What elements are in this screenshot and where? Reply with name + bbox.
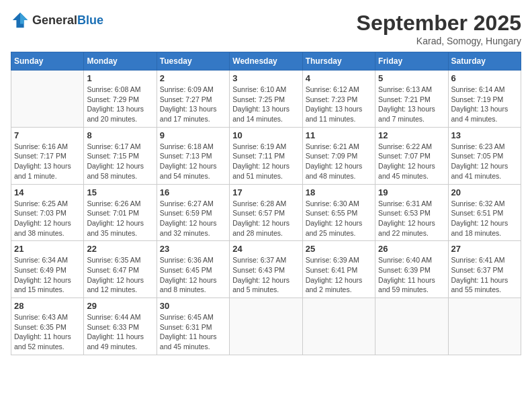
- calendar-cell: 23Sunrise: 6:36 AMSunset: 6:45 PMDayligh…: [157, 241, 229, 298]
- day-number: 19: [378, 187, 445, 197]
- day-number: 28: [14, 301, 81, 311]
- calendar-cell: 6Sunrise: 6:14 AMSunset: 7:19 PMDaylight…: [448, 71, 521, 128]
- calendar-cell: 25Sunrise: 6:39 AMSunset: 6:41 PMDayligh…: [302, 241, 375, 298]
- day-number: 5: [378, 73, 445, 83]
- logo: GeneralBlue: [11, 11, 103, 30]
- day-info: Sunrise: 6:17 AMSunset: 7:15 PMDaylight:…: [87, 142, 153, 181]
- logo-general: General: [32, 13, 77, 27]
- header: GeneralBlue September 2025 Karad, Somogy…: [11, 11, 521, 46]
- day-number: 13: [451, 130, 518, 140]
- day-info: Sunrise: 6:18 AMSunset: 7:13 PMDaylight:…: [160, 142, 226, 181]
- weekday-header: Monday: [84, 52, 157, 71]
- day-number: 14: [14, 187, 81, 197]
- day-number: 25: [306, 244, 372, 254]
- calendar-cell: 16Sunrise: 6:27 AMSunset: 6:59 PMDayligh…: [157, 184, 229, 241]
- day-info: Sunrise: 6:19 AMSunset: 7:11 PMDaylight:…: [232, 142, 299, 181]
- day-number: 8: [87, 130, 153, 140]
- calendar-cell: 24Sunrise: 6:37 AMSunset: 6:43 PMDayligh…: [230, 241, 302, 298]
- day-number: 24: [232, 244, 299, 254]
- weekday-header: Sunday: [11, 52, 84, 71]
- day-number: 23: [160, 244, 226, 254]
- day-info: Sunrise: 6:23 AMSunset: 7:05 PMDaylight:…: [451, 142, 518, 181]
- calendar-cell: 11Sunrise: 6:21 AMSunset: 7:09 PMDayligh…: [302, 127, 375, 184]
- calendar-cell: [448, 298, 521, 355]
- day-info: Sunrise: 6:21 AMSunset: 7:09 PMDaylight:…: [306, 142, 372, 181]
- calendar-cell: 15Sunrise: 6:26 AMSunset: 7:01 PMDayligh…: [84, 184, 157, 241]
- day-info: Sunrise: 6:45 AMSunset: 6:31 PMDaylight:…: [160, 312, 226, 352]
- day-info: Sunrise: 6:30 AMSunset: 6:55 PMDaylight:…: [306, 199, 372, 238]
- calendar-cell: 17Sunrise: 6:28 AMSunset: 6:57 PMDayligh…: [230, 184, 302, 241]
- logo-icon: [11, 11, 30, 30]
- day-info: Sunrise: 6:44 AMSunset: 6:33 PMDaylight:…: [87, 312, 153, 352]
- calendar-cell: 4Sunrise: 6:12 AMSunset: 7:23 PMDaylight…: [302, 71, 375, 128]
- svg-marker-1: [20, 13, 28, 24]
- day-number: 29: [87, 301, 153, 311]
- calendar-week-row: 1Sunrise: 6:08 AMSunset: 7:29 PMDaylight…: [11, 71, 521, 128]
- day-info: Sunrise: 6:31 AMSunset: 6:53 PMDaylight:…: [378, 199, 445, 238]
- day-number: 9: [160, 130, 226, 140]
- calendar-body: 1Sunrise: 6:08 AMSunset: 7:29 PMDaylight…: [11, 71, 521, 355]
- calendar-week-row: 7Sunrise: 6:16 AMSunset: 7:17 PMDaylight…: [11, 127, 521, 184]
- day-info: Sunrise: 6:35 AMSunset: 6:47 PMDaylight:…: [87, 255, 153, 295]
- day-info: Sunrise: 6:08 AMSunset: 7:29 PMDaylight:…: [87, 85, 153, 124]
- day-info: Sunrise: 6:36 AMSunset: 6:45 PMDaylight:…: [160, 255, 226, 295]
- calendar-cell: 9Sunrise: 6:18 AMSunset: 7:13 PMDaylight…: [157, 127, 229, 184]
- calendar-cell: 14Sunrise: 6:25 AMSunset: 7:03 PMDayligh…: [11, 184, 84, 241]
- day-number: 10: [232, 130, 299, 140]
- calendar-cell: 30Sunrise: 6:45 AMSunset: 6:31 PMDayligh…: [157, 298, 229, 355]
- logo-blue: Blue: [77, 13, 103, 27]
- day-info: Sunrise: 6:16 AMSunset: 7:17 PMDaylight:…: [14, 142, 81, 181]
- day-number: 1: [87, 73, 153, 83]
- weekday-header: Saturday: [448, 52, 521, 71]
- day-number: 3: [232, 73, 299, 83]
- day-info: Sunrise: 6:09 AMSunset: 7:27 PMDaylight:…: [160, 85, 226, 124]
- day-number: 7: [14, 130, 81, 140]
- day-number: 15: [87, 187, 153, 197]
- calendar-cell: 5Sunrise: 6:13 AMSunset: 7:21 PMDaylight…: [375, 71, 448, 128]
- weekday-header: Thursday: [302, 52, 375, 71]
- calendar-cell: 20Sunrise: 6:32 AMSunset: 6:51 PMDayligh…: [448, 184, 521, 241]
- weekday-header: Friday: [375, 52, 448, 71]
- day-info: Sunrise: 6:14 AMSunset: 7:19 PMDaylight:…: [451, 85, 518, 124]
- calendar-cell: 18Sunrise: 6:30 AMSunset: 6:55 PMDayligh…: [302, 184, 375, 241]
- calendar-cell: 28Sunrise: 6:43 AMSunset: 6:35 PMDayligh…: [11, 298, 84, 355]
- day-info: Sunrise: 6:34 AMSunset: 6:49 PMDaylight:…: [14, 255, 81, 295]
- calendar-cell: [230, 298, 302, 355]
- calendar-cell: 21Sunrise: 6:34 AMSunset: 6:49 PMDayligh…: [11, 241, 84, 298]
- day-info: Sunrise: 6:43 AMSunset: 6:35 PMDaylight:…: [14, 312, 81, 352]
- day-info: Sunrise: 6:37 AMSunset: 6:43 PMDaylight:…: [232, 255, 299, 295]
- day-number: 11: [306, 130, 372, 140]
- day-info: Sunrise: 6:13 AMSunset: 7:21 PMDaylight:…: [378, 85, 445, 124]
- day-number: 16: [160, 187, 226, 197]
- calendar-week-row: 21Sunrise: 6:34 AMSunset: 6:49 PMDayligh…: [11, 241, 521, 298]
- day-number: 26: [378, 244, 445, 254]
- day-info: Sunrise: 6:22 AMSunset: 7:07 PMDaylight:…: [378, 142, 445, 181]
- day-info: Sunrise: 6:41 AMSunset: 6:37 PMDaylight:…: [451, 255, 518, 295]
- day-number: 18: [306, 187, 372, 197]
- day-number: 22: [87, 244, 153, 254]
- month-title: September 2025: [357, 11, 521, 36]
- day-info: Sunrise: 6:12 AMSunset: 7:23 PMDaylight:…: [306, 85, 372, 124]
- day-info: Sunrise: 6:26 AMSunset: 7:01 PMDaylight:…: [87, 199, 153, 238]
- title-area: September 2025 Karad, Somogy, Hungary: [357, 11, 521, 46]
- day-info: Sunrise: 6:10 AMSunset: 7:25 PMDaylight:…: [232, 85, 299, 124]
- calendar-cell: 10Sunrise: 6:19 AMSunset: 7:11 PMDayligh…: [230, 127, 302, 184]
- calendar-cell: 3Sunrise: 6:10 AMSunset: 7:25 PMDaylight…: [230, 71, 302, 128]
- calendar-cell: [302, 298, 375, 355]
- calendar-cell: 19Sunrise: 6:31 AMSunset: 6:53 PMDayligh…: [375, 184, 448, 241]
- calendar-cell: 2Sunrise: 6:09 AMSunset: 7:27 PMDaylight…: [157, 71, 229, 128]
- day-info: Sunrise: 6:40 AMSunset: 6:39 PMDaylight:…: [378, 255, 445, 295]
- day-number: 21: [14, 244, 81, 254]
- calendar-cell: 27Sunrise: 6:41 AMSunset: 6:37 PMDayligh…: [448, 241, 521, 298]
- day-number: 2: [160, 73, 226, 83]
- weekday-header: Wednesday: [230, 52, 302, 71]
- day-number: 6: [451, 73, 518, 83]
- weekday-header-row: SundayMondayTuesdayWednesdayThursdayFrid…: [11, 52, 521, 71]
- day-number: 30: [160, 301, 226, 311]
- calendar-week-row: 28Sunrise: 6:43 AMSunset: 6:35 PMDayligh…: [11, 298, 521, 355]
- calendar-cell: 26Sunrise: 6:40 AMSunset: 6:39 PMDayligh…: [375, 241, 448, 298]
- calendar-cell: 13Sunrise: 6:23 AMSunset: 7:05 PMDayligh…: [448, 127, 521, 184]
- calendar-cell: 1Sunrise: 6:08 AMSunset: 7:29 PMDaylight…: [84, 71, 157, 128]
- day-info: Sunrise: 6:27 AMSunset: 6:59 PMDaylight:…: [160, 199, 226, 238]
- calendar-cell: [11, 71, 84, 128]
